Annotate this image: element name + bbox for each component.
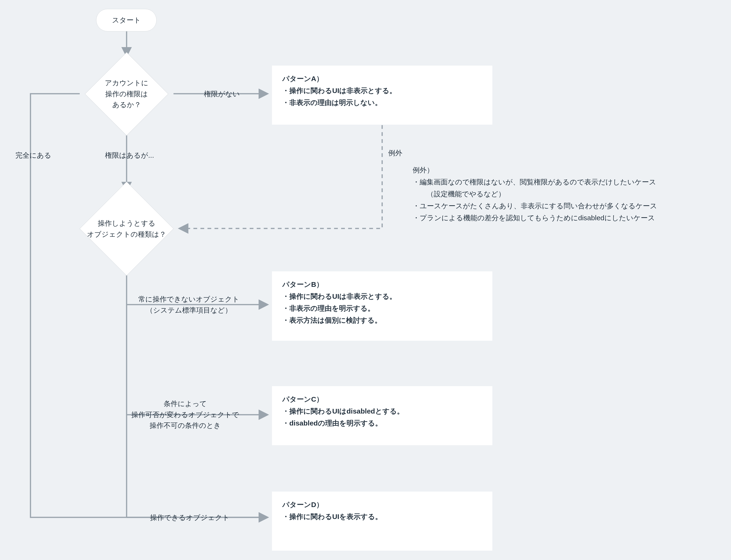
pattern-b-title: パターンB） — [282, 280, 482, 289]
pattern-d-title: パターンD） — [282, 500, 482, 510]
pattern-c-title: パターンC） — [282, 395, 482, 404]
exception-note-line-1b: （設定機能でやるなど） — [413, 188, 722, 200]
exception-note-line-2: ・ユースケースがたくさんあり、非表示にする問い合わせが多くなるケース — [413, 200, 722, 212]
edge-label-no-permission: 権限がない — [204, 89, 240, 100]
edge-label-conditional: 条件によって 操作可否が変わるオブジェクトで 操作不可の条件のとき — [131, 398, 239, 431]
pattern-a-title: パターンA） — [282, 74, 482, 84]
decision-object-type: 操作しようとする オブジェクトの種類は？ — [74, 190, 180, 267]
pattern-c-card: パターンC） ・操作に関わるUIはdisabledとする。 ・disabledの… — [272, 386, 492, 445]
pattern-b-line-3: ・表示方法は個別に検討する。 — [282, 314, 482, 326]
pattern-b-card: パターンB） ・操作に関わるUIは非表示とする。 ・非表示の理由を明示する。 ・… — [272, 271, 492, 341]
pattern-d-card: パターンD） ・操作に関わるUIを表示する。 — [272, 492, 492, 551]
start-label: スタート — [112, 15, 141, 25]
exception-note-title: 例外） — [413, 164, 722, 176]
start-node: スタート — [96, 9, 157, 31]
pattern-b-line-2: ・非表示の理由を明示する。 — [282, 302, 482, 314]
pattern-a-line-2: ・非表示の理由は明示しない。 — [282, 97, 482, 108]
pattern-c-line-1: ・操作に関わるUIはdisabledとする。 — [282, 405, 482, 417]
edge-label-fully-has: 完全にある — [15, 150, 51, 161]
pattern-a-card: パターンA） ・操作に関わるUIは非表示とする。 ・非表示の理由は明示しない。 — [272, 66, 492, 125]
exception-note-line-3: ・プランによる機能の差分を認知してもらうためにdisabledにしたいケース — [413, 212, 722, 224]
pattern-b-line-1: ・操作に関わるUIは非表示とする。 — [282, 290, 482, 302]
edge-label-exception: 例外 — [388, 148, 402, 159]
pattern-d-line-1: ・操作に関わるUIを表示する。 — [282, 511, 482, 523]
pattern-c-line-2: ・disabledの理由を明示する。 — [282, 417, 482, 429]
edge-label-always-disabled: 常に操作できないオブジェクト （システム標準項目など） — [138, 294, 239, 316]
exception-note: 例外） ・編集画面なので権限はないが、閲覧権限があるので表示だけしたいケース （… — [413, 164, 722, 224]
pattern-a-line-1: ・操作に関わるUIは非表示とする。 — [282, 85, 482, 97]
exception-note-line-1: ・編集画面なので権限はないが、閲覧権限があるので表示だけしたいケース — [413, 176, 722, 188]
decision1-label: アカウントに 操作の権限は あるか？ — [105, 78, 148, 110]
edge-label-has-but: 権限はあるが... — [105, 150, 154, 161]
flowchart-canvas: スタート アカウントに 操作の権限は あるか？ 操作しようとする オブジェクトの… — [0, 0, 731, 560]
edge-label-operable: 操作できるオブジェクト — [150, 512, 229, 523]
decision2-label: 操作しようとする オブジェクトの種類は？ — [87, 218, 166, 240]
decision-account-permission: アカウントに 操作の権限は あるか？ — [80, 56, 173, 132]
